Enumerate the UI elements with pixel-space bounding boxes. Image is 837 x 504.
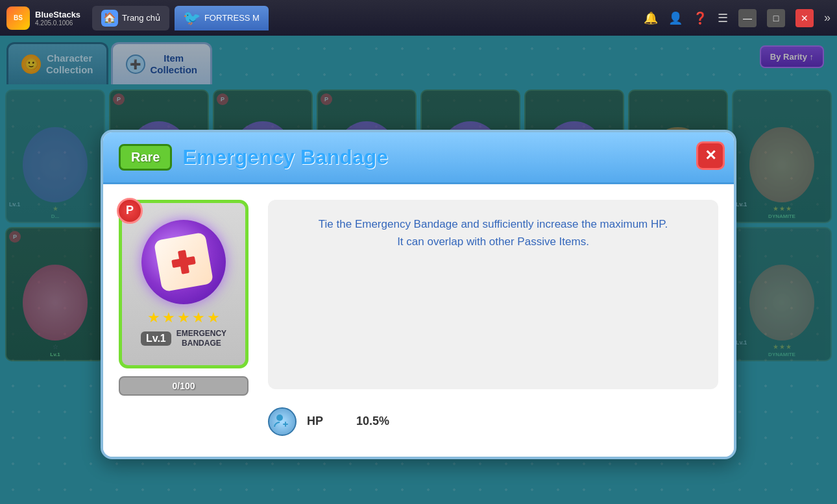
- item-card-panel: P ★ ★ ★ ★: [119, 200, 249, 441]
- taskbar-brand: BlueStacks 4.205.0.1006: [35, 10, 80, 27]
- game-tab-label: FORTRESS M: [204, 13, 260, 23]
- item-passive-badge: P: [117, 198, 143, 224]
- help-icon[interactable]: ❓: [693, 11, 707, 25]
- menu-icon[interactable]: ☰: [718, 11, 728, 25]
- description-text: Tie the Emergency Bandage and sufficient…: [284, 215, 703, 250]
- home-tab[interactable]: 🏠 Trang chủ: [92, 6, 169, 30]
- rarity-badge: Rare: [119, 144, 172, 171]
- item-name-label: EMERGENCYBANDAGE: [176, 329, 226, 348]
- modal-overlay: Rare Emergency Bandage ✕ P: [0, 36, 837, 504]
- svg-point-0: [276, 414, 283, 421]
- game-tab-icon: 🐦: [184, 10, 200, 27]
- hp-stat-value: 10.5%: [356, 414, 389, 428]
- window-close-button[interactable]: ✕: [795, 9, 814, 27]
- item-stars-row: ★ ★ ★ ★ ★: [147, 309, 220, 326]
- star-4: ★: [192, 309, 205, 326]
- game-tab[interactable]: 🐦 FORTRESS M: [175, 6, 269, 30]
- account-icon[interactable]: 👤: [668, 11, 683, 25]
- item-description-panel: Tie the Emergency Bandage and sufficient…: [268, 200, 718, 441]
- hp-stat-name: HP: [307, 414, 346, 428]
- close-icon: ✕: [705, 147, 716, 164]
- star-3: ★: [177, 309, 190, 326]
- game-area: 🙂 CharacterCollection ➕ ItemCollection B…: [0, 36, 837, 504]
- item-level-row: Lv.1 EMERGENCYBANDAGE: [141, 329, 226, 348]
- maximize-button[interactable]: □: [767, 9, 785, 27]
- bandage-icon: [169, 247, 199, 277]
- description-box: Tie the Emergency Bandage and sufficient…: [268, 200, 718, 389]
- modal-title: Emergency Bandage: [182, 145, 388, 169]
- bluestacks-logo: BS: [6, 6, 30, 30]
- svg-rect-2: [283, 424, 288, 425]
- expand-icon[interactable]: »: [824, 11, 831, 25]
- stats-row: HP 10.5%: [268, 402, 718, 441]
- item-art-inner: [154, 232, 214, 293]
- home-tab-label: Trang chủ: [122, 13, 160, 23]
- modal-close-button[interactable]: ✕: [696, 141, 725, 170]
- app-version: 4.205.0.1006: [35, 19, 80, 27]
- taskbar: BS BlueStacks 4.205.0.1006 🏠 Trang chủ 🐦…: [0, 0, 837, 36]
- item-art-background: [141, 220, 226, 304]
- star-1: ★: [147, 309, 160, 326]
- item-card-display: P ★ ★ ★ ★: [119, 200, 249, 368]
- hp-stat-icon: [268, 407, 297, 436]
- bell-icon[interactable]: 🔔: [644, 11, 658, 25]
- taskbar-controls: 🔔 👤 ❓ ☰ — □ ✕ »: [644, 9, 831, 27]
- item-detail-modal: Rare Emergency Bandage ✕ P: [101, 130, 736, 459]
- item-art: [141, 220, 226, 304]
- star-5: ★: [207, 309, 220, 326]
- item-progress-label: 0/100: [172, 381, 195, 391]
- home-tab-icon: 🏠: [101, 10, 118, 27]
- modal-header: Rare Emergency Bandage ✕: [103, 132, 734, 184]
- app-name: BlueStacks: [35, 10, 80, 19]
- item-progress-bar: 0/100: [119, 376, 249, 396]
- modal-body: P ★ ★ ★ ★: [103, 184, 734, 457]
- star-2: ★: [162, 309, 175, 326]
- item-level-label: Lv.1: [141, 331, 171, 346]
- minimize-button[interactable]: —: [738, 9, 757, 27]
